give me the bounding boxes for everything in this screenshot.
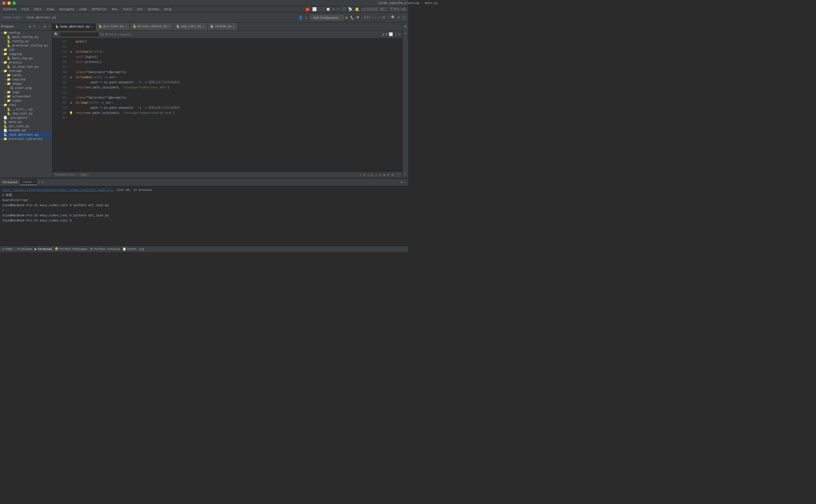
maximize-button[interactable] — [12, 1, 16, 5]
tree-item-process[interactable]: ▾📁process — [0, 60, 52, 65]
tree-item-config[interactable]: ▾📁config — [0, 31, 52, 35]
tree-item-base-log-py[interactable]: 🐍base_log.py — [0, 56, 52, 60]
tree-item-base-config-py[interactable]: 🐍base_config.py — [0, 35, 52, 39]
menu-window[interactable]: Window — [146, 7, 161, 12]
menu-help[interactable]: Help — [162, 7, 174, 12]
git-check2-icon[interactable]: ✓ — [378, 15, 381, 20]
tab-qtt-task-py[interactable]: 🐍qtt_task.py✕ — [96, 23, 130, 30]
tree-item--gitignore[interactable]: 📄.gitignore — [0, 116, 52, 120]
tree-item---init---py[interactable]: 🐍__init__.py — [0, 107, 52, 111]
right-panel-arrow-icon[interactable]: ▷ — [404, 171, 407, 177]
tab-close-icon[interactable]: ✕ — [202, 25, 204, 28]
search-up-icon[interactable]: ▲ — [382, 33, 384, 37]
git-history-icon[interactable]: ⟲ — [382, 15, 385, 20]
tree-item-config-py[interactable]: 🐍config.py — [0, 39, 52, 43]
terminal-add-icon[interactable]: + — [38, 180, 40, 185]
warnings-down-icon[interactable]: ▼ — [387, 173, 389, 177]
menu-run[interactable]: Run — [110, 7, 120, 12]
menu-edit[interactable]: Edit — [32, 7, 44, 12]
search-toolbar-icon[interactable]: 🔍 — [391, 15, 395, 20]
case-icon[interactable]: ⟺ — [109, 32, 114, 37]
minimize-button[interactable] — [7, 1, 11, 5]
right-panel-expand-icon[interactable]: ≡ — [404, 31, 407, 37]
sidebar-locate-icon[interactable]: ⊕ — [28, 24, 32, 29]
sidebar-collapse-icon[interactable]: ≡ — [33, 24, 36, 29]
word-icon[interactable]: W — [105, 33, 107, 37]
menu-view[interactable]: View — [44, 7, 56, 12]
tree-item-processor-config-py[interactable]: 🐍processor_config.py — [0, 43, 52, 48]
sidebar-expand-icon[interactable]: ⋮ — [37, 24, 42, 29]
regex-icon[interactable]: Cc — [100, 33, 104, 37]
tree-item-yi-dian-hao-py[interactable]: 🐍yi_dian_hao.py — [0, 65, 52, 69]
user-icon[interactable]: 👤 ∨ — [298, 15, 307, 20]
tree-item-cache[interactable]: ▸📁cache — [0, 73, 52, 77]
stop-button[interactable]: ⏹ — [356, 15, 360, 20]
tree-item-External-Libraries[interactable]: ▸📁External Libraries — [0, 137, 52, 141]
git-push-icon[interactable]: ↑ — [387, 15, 389, 20]
run-config-button[interactable]: Add Configuration... — [310, 15, 344, 20]
tree-item-logging[interactable]: ▾📁logging — [0, 52, 52, 56]
run-button[interactable]: ▶ — [346, 15, 348, 20]
tab-task-abstract-py[interactable]: 🐍task_abstract.py✕ — [52, 23, 96, 30]
search-down-icon[interactable]: ▼ — [385, 33, 387, 37]
search-more-icon[interactable]: ⋮ — [394, 32, 397, 37]
tree-item-lib[interactable]: ▸📁lib — [0, 48, 52, 52]
sidebar-settings-icon[interactable]: ⚙ — [43, 24, 46, 29]
warnings-up-icon[interactable]: ▲ — [383, 173, 385, 177]
right-panel-settings-icon[interactable]: ⚙ — [404, 24, 407, 29]
menu-refactor[interactable]: Refactor — [90, 7, 109, 12]
menu-tools[interactable]: Tools — [120, 7, 134, 12]
bottom-tab-python-packages[interactable]: 📦Python Packages — [55, 247, 88, 251]
terminal-tab-close[interactable]: ✕ — [33, 180, 35, 184]
code-editor[interactable]: 52535455565758596061626364656667 ◆◆◆💡 ex… — [52, 39, 402, 172]
tab-random-py[interactable]: 🐍random.py✕ — [207, 23, 238, 30]
terminal-more-icon[interactable]: ∨ — [41, 180, 43, 184]
tab-img-tool-py[interactable]: 🐍img_tool.py✕ — [173, 23, 207, 30]
search-filter-icon[interactable]: ▽ — [398, 32, 400, 37]
toolbar-project[interactable]: video_tool — [2, 16, 21, 19]
sidebar-close-icon[interactable]: − — [48, 24, 51, 29]
terminal-close-icon[interactable]: − — [404, 180, 406, 184]
terminal-content[interactable]: File "/Users/lishiye/pythonSrc/easy_vide… — [0, 186, 408, 246]
terminal-tab-local[interactable]: Local ✕ — [20, 179, 37, 185]
right-scrollbar[interactable] — [399, 39, 402, 172]
git-check-icon[interactable]: ✓ — [374, 15, 377, 20]
search-replace-icon[interactable]: ⬜ — [389, 32, 393, 37]
tree-item-img-tool-py[interactable]: 🐍img_tool.py — [0, 111, 52, 116]
bottom-tab-terminal[interactable]: ▶Terminal — [35, 247, 52, 251]
tab-action-chains-py[interactable]: 🐍action_chains.py✕ — [130, 23, 173, 30]
suggestion-icon[interactable]: 💡 — [69, 111, 73, 115]
terminal-settings-icon[interactable]: ⚙ — [400, 180, 402, 184]
tree-item-meta-py[interactable]: 🐍meta.py — [0, 120, 52, 124]
bottom-tab-todo[interactable]: ≡TODO — [2, 247, 12, 251]
tab-close-icon[interactable]: ✕ — [91, 25, 93, 29]
terminal-link[interactable]: File "/Users/lishiye/pythonSrc/easy_vide… — [2, 188, 112, 192]
debug-button[interactable]: 🐛 — [350, 15, 354, 20]
tree-item-storage[interactable]: ▾📁storage — [0, 69, 52, 73]
tree-item-image[interactable]: ▾📁image — [0, 82, 52, 86]
tree-item-tool[interactable]: ▾📁tool — [0, 103, 52, 107]
expand-icon[interactable]: ⬛ — [396, 173, 400, 177]
search-input[interactable] — [59, 32, 99, 37]
settings-right-icon[interactable]: ⚙ — [391, 173, 393, 177]
tab-close-icon[interactable]: ✕ — [168, 25, 170, 28]
menu-pycharm[interactable]: PyCharm — [1, 7, 19, 12]
tree-item-logs[interactable]: ▸📁logs — [0, 90, 52, 94]
tree-item-captcha[interactable]: ▸📁captcha — [0, 77, 52, 82]
tree-item-README-md[interactable]: 📄README.md — [0, 128, 52, 133]
bottom-tab-event-log[interactable]: 📋Event Log — [122, 247, 144, 251]
tab-close-icon[interactable]: ✕ — [233, 25, 235, 28]
tab-close-icon[interactable]: ✕ — [125, 25, 127, 28]
menu-file[interactable]: File — [19, 7, 31, 12]
tree-item-qtt-task-py[interactable]: 🐍qtt_task.py — [0, 124, 52, 128]
menu-navigate[interactable]: Navigate — [57, 7, 76, 12]
tree-item-video[interactable]: ▸📁video — [0, 99, 52, 103]
menu-git[interactable]: Git — [135, 7, 145, 12]
tree-item-screenshot[interactable]: ▸📁screenshot — [0, 94, 52, 99]
close-button[interactable] — [2, 1, 6, 5]
bottom-tab-python-console[interactable]: ≫Python Console — [90, 247, 120, 251]
tree-item-cover-png[interactable]: 🖼cover.png — [0, 86, 52, 90]
menu-code[interactable]: Code — [77, 7, 89, 12]
tree-item-task-abstract-py[interactable]: 🐍task_abstract.py — [0, 133, 52, 137]
settings-icon[interactable]: ⚙ — [397, 15, 399, 20]
